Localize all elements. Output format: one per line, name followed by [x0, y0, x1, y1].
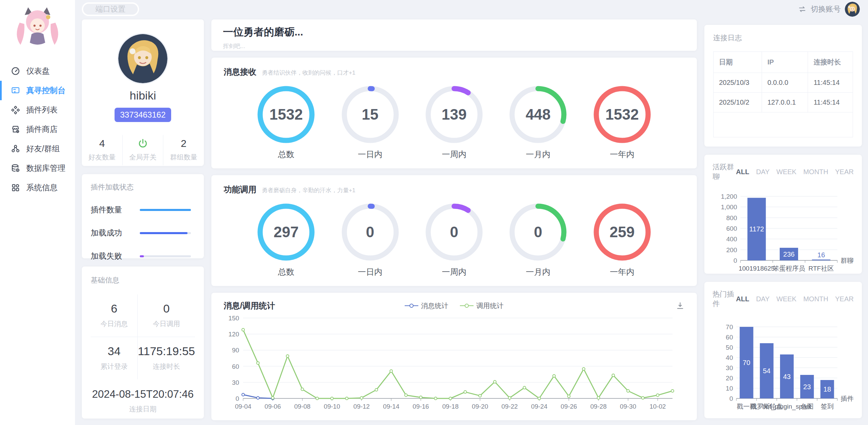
- bar: [812, 259, 830, 260]
- data-point: [612, 374, 615, 377]
- data-point: [360, 396, 363, 399]
- tab-week[interactable]: WEEK: [776, 295, 796, 303]
- tab-month[interactable]: MONTH: [803, 168, 828, 176]
- hero-card: 一位勇者的磨砺... 挥剑吧...: [211, 19, 697, 51]
- svg-text:0: 0: [729, 395, 733, 402]
- bot-name: hibiki: [130, 89, 156, 102]
- tab-all[interactable]: ALL: [736, 168, 749, 176]
- tab-month[interactable]: MONTH: [803, 295, 828, 303]
- svg-text:09-24: 09-24: [531, 403, 548, 410]
- data-point: [271, 396, 274, 399]
- sidebar-item-plugin-store[interactable]: 插件商店: [0, 120, 75, 139]
- sidebar-item-console[interactable]: 真寻控制台: [0, 81, 75, 100]
- data-point: [671, 390, 674, 392]
- sidebar-item-dashboard[interactable]: 仪表盘: [0, 61, 75, 81]
- friends-icon: [11, 144, 20, 153]
- card-title: 插件加载状态: [91, 182, 195, 192]
- legend-marker: [460, 303, 474, 308]
- card-title: 基础信息: [91, 275, 195, 285]
- data-point: [449, 397, 452, 400]
- svg-text:18: 18: [823, 385, 831, 393]
- svg-text:60: 60: [232, 363, 239, 370]
- data-point: [642, 396, 644, 399]
- center-column: 一位勇者的磨砺... 挥剑吧... 消息接收 勇者结识伙伴，收到的问候，口才+1…: [211, 19, 697, 420]
- progress-bar: [140, 209, 191, 211]
- svg-text:09-20: 09-20: [472, 403, 488, 410]
- message-call-line-chart: 030609012015009-0409-0609-0809-1009-1209…: [224, 313, 685, 415]
- tab-year[interactable]: YEAR: [835, 168, 854, 176]
- table-row: 2025/10/3 0.0.0.0 11:45:14: [714, 73, 853, 93]
- sidebar-item-label: 仪表盘: [26, 66, 50, 76]
- sidebar-item-label: 插件列表: [26, 105, 58, 115]
- svg-text:09-18: 09-18: [442, 403, 459, 410]
- svg-text:800: 800: [726, 214, 737, 222]
- svg-text:60: 60: [726, 334, 733, 341]
- switch-account-button[interactable]: 切换账号: [798, 2, 860, 17]
- topbar: 端口设置 切换账号: [82, 0, 862, 18]
- data-point: [257, 396, 259, 399]
- card-title: 活跃群聊: [713, 162, 736, 181]
- gauge-month: 448 一月内: [509, 86, 567, 160]
- data-point: [331, 397, 333, 400]
- svg-text:90: 90: [232, 347, 239, 354]
- data-point: [493, 380, 496, 383]
- database-icon: [11, 164, 20, 173]
- svg-text:30: 30: [726, 364, 733, 371]
- legend-marker: [405, 303, 418, 308]
- progress-row: 加载失败: [91, 251, 195, 261]
- svg-text:0: 0: [236, 395, 239, 402]
- legend-call-series[interactable]: 调用统计: [460, 301, 504, 310]
- data-point: [538, 397, 541, 400]
- range-tabs: ALL DAY WEEK MONTH YEAR: [736, 295, 854, 303]
- port-settings-button[interactable]: 端口设置: [82, 2, 139, 16]
- progress-bar: [140, 232, 191, 234]
- sidebar-nav: 仪表盘 真寻控制台 插件列表 插件商店 好友/群组 数据库管理: [0, 61, 75, 197]
- bot-uid-badge: 3373463162: [115, 108, 171, 122]
- sidebar-item-system-info[interactable]: 系统信息: [0, 178, 75, 197]
- sidebar-item-plugin-list[interactable]: 插件列表: [0, 100, 75, 120]
- table-row: 2025/10/2 127.0.0.1 11:45:14: [714, 93, 853, 112]
- global-switch[interactable]: 全局开关: [122, 135, 163, 165]
- function-call-card: 功能调用 勇者磨砺自身，辛勤的汗水，力量+1 297 总数 0 一日内: [211, 175, 697, 286]
- svg-text:70: 70: [743, 359, 750, 366]
- legend-message-series[interactable]: 消息统计: [405, 301, 448, 310]
- download-icon[interactable]: [676, 301, 685, 310]
- sidebar-item-database[interactable]: 数据库管理: [0, 158, 75, 178]
- sidebar-item-friends-groups[interactable]: 好友/群组: [0, 139, 75, 158]
- gauge-day: 15 一日内: [341, 86, 399, 160]
- svg-text:签到: 签到: [821, 403, 834, 410]
- bot-logo: [12, 5, 63, 56]
- svg-text:1001918625: 1001918625: [738, 265, 775, 272]
- gauge-day: 0 一日内: [341, 203, 399, 277]
- tab-day[interactable]: DAY: [756, 295, 770, 303]
- data-point: [508, 396, 511, 399]
- data-point: [419, 396, 422, 399]
- hot-plugins-card: 热门插件 ALL DAY WEEK MONTH YEAR 01020304050…: [704, 282, 862, 418]
- profile-column: hibiki 3373463162 4 好友数量 全局开关 2: [82, 19, 204, 420]
- svg-text:43: 43: [783, 373, 791, 380]
- card-title: 消息接收: [224, 66, 256, 77]
- right-column: 连接日志 日期 IP 连接时长: [704, 19, 862, 420]
- tab-all[interactable]: ALL: [736, 295, 749, 303]
- svg-text:笨蛋程序员: 笨蛋程序员: [773, 265, 805, 272]
- svg-text:群聊: 群聊: [841, 257, 854, 264]
- svg-text:54: 54: [763, 367, 770, 375]
- svg-text:09-08: 09-08: [294, 403, 311, 410]
- col-header-date: 日期: [714, 52, 762, 73]
- tab-week[interactable]: WEEK: [776, 168, 796, 176]
- sidebar: 仪表盘 真寻控制台 插件列表 插件商店 好友/群组 数据库管理: [0, 0, 75, 425]
- profile-stats: 4 好友数量 全局开关 2 群组数量: [82, 135, 204, 165]
- data-point: [316, 397, 318, 400]
- tab-day[interactable]: DAY: [756, 168, 770, 176]
- system-icon: [11, 183, 20, 192]
- svg-text:1172: 1172: [749, 225, 764, 233]
- svg-text:09-04: 09-04: [235, 403, 251, 410]
- svg-text:10-02: 10-02: [649, 403, 666, 410]
- topbar-avatar[interactable]: [845, 2, 860, 17]
- message-receive-card: 消息接收 勇者结识伙伴，收到的问候，口才+1 1532 总数 15 一日内: [211, 58, 697, 168]
- data-point: [345, 397, 348, 400]
- tab-year[interactable]: YEAR: [835, 295, 854, 303]
- active-groups-bar-chart: 02004006008001,0001,20011721001918625236…: [713, 186, 854, 279]
- progress-row: 插件数量: [91, 204, 195, 215]
- data-point: [523, 386, 526, 389]
